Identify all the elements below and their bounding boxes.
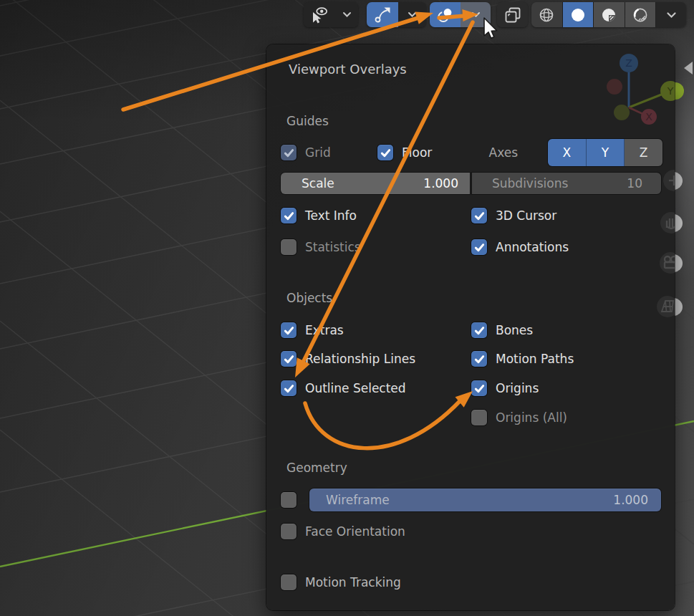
wireframe-checkbox-row	[281, 492, 297, 508]
grid-label: Grid	[305, 145, 331, 160]
shading-mode-group	[531, 2, 686, 27]
gizmos-dropdown[interactable]	[398, 2, 426, 27]
origins-row: Origins	[471, 380, 539, 396]
outline-selected-row: Outline Selected	[281, 380, 406, 396]
overlays-dropdown[interactable]	[461, 2, 491, 27]
gizmo-y-label: Y	[667, 85, 674, 97]
gizmos-group	[367, 2, 426, 27]
extras-row: Extras	[281, 322, 344, 338]
eye-cursor-icon	[310, 6, 329, 24]
scale-label: Scale	[302, 176, 334, 191]
motion-paths-checkbox[interactable]	[471, 351, 487, 367]
geometry-section-header: Geometry	[286, 461, 347, 475]
camera-button-sliver[interactable]	[675, 254, 683, 272]
subdivisions-slider[interactable]: Subdivisions 10	[472, 173, 661, 194]
text-info-row: Text Info	[281, 208, 357, 223]
gizmo-arc-icon	[373, 6, 392, 24]
motion-tracking-label: Motion Tracking	[305, 575, 401, 589]
text-info-label: Text Info	[305, 208, 357, 223]
floor-row: Floor	[377, 145, 432, 160]
chevron-down-icon	[471, 11, 481, 18]
annotations-label: Annotations	[496, 240, 569, 254]
overlays-circles-icon	[436, 6, 455, 24]
origins-checkbox[interactable]	[471, 380, 487, 396]
bones-label: Bones	[496, 323, 533, 337]
sidebar-collapse-arrow-icon[interactable]	[683, 59, 694, 75]
wireframe-checkbox[interactable]	[281, 492, 297, 508]
origins-all-row: Origins (All)	[471, 410, 567, 425]
grid-checkbox[interactable]	[281, 145, 297, 160]
subdivisions-value: 10	[627, 176, 642, 191]
wireframe-threshold-slider[interactable]: Wireframe 1.000	[309, 489, 661, 511]
shading-material-button[interactable]	[594, 2, 625, 27]
extras-checkbox[interactable]	[281, 322, 297, 338]
zoom-button-sliver[interactable]	[675, 172, 683, 190]
axis-y-toggle[interactable]: Y	[587, 139, 625, 166]
origins-all-label: Origins (All)	[496, 410, 567, 425]
statistics-row: Statistics	[281, 239, 361, 255]
outline-selected-label: Outline Selected	[305, 381, 406, 395]
grid-button-sliver[interactable]	[675, 298, 683, 316]
shading-solid-button[interactable]	[563, 2, 594, 27]
face-orientation-checkbox[interactable]	[281, 524, 297, 539]
shading-wireframe-icon	[537, 6, 556, 24]
subdivisions-label: Subdivisions	[492, 176, 568, 191]
bones-checkbox[interactable]	[471, 322, 487, 338]
face-orientation-row: Face Orientation	[281, 524, 405, 539]
gizmo-x-label: X	[645, 111, 652, 122]
floor-checkbox[interactable]	[377, 145, 393, 160]
blender-3d-viewport: Y Z X Viewport Overlays Guides G	[0, 0, 694, 616]
axis-z-toggle[interactable]: Z	[625, 139, 662, 166]
popover-title: Viewport Overlays	[289, 62, 407, 77]
3d-cursor-row: 3D Cursor	[471, 208, 556, 223]
grid-row: Grid	[281, 145, 331, 160]
annotations-row: Annotations	[471, 239, 569, 255]
objects-section-header: Objects	[286, 291, 332, 305]
wireframe-label: Wireframe	[326, 493, 390, 507]
relationship-lines-checkbox[interactable]	[281, 351, 297, 367]
origins-label: Origins	[496, 381, 539, 395]
shading-solid-icon	[569, 6, 587, 24]
statistics-checkbox[interactable]	[281, 239, 297, 255]
wireframe-value: 1.000	[613, 493, 648, 507]
scale-slider[interactable]: Scale 1.000	[281, 173, 470, 194]
relationship-lines-label: Relationship Lines	[305, 352, 415, 366]
object-type-visibility-dropdown[interactable]	[335, 2, 358, 27]
axis-x-toggle[interactable]: X	[548, 139, 587, 166]
pan-button-sliver[interactable]	[675, 214, 683, 232]
floor-label: Floor	[402, 145, 432, 160]
xray-group	[497, 2, 528, 27]
face-orientation-label: Face Orientation	[305, 524, 405, 539]
shading-wireframe-button[interactable]	[531, 2, 562, 27]
shading-dropdown[interactable]	[656, 2, 686, 27]
guides-section-header: Guides	[286, 114, 329, 128]
outline-selected-checkbox[interactable]	[281, 380, 297, 396]
gizmo-z-label: Z	[625, 57, 632, 69]
3d-cursor-checkbox[interactable]	[471, 208, 487, 223]
chevron-down-icon	[408, 11, 417, 18]
shading-material-icon	[599, 6, 618, 24]
scale-value: 1.000	[423, 176, 458, 191]
object-type-visibility-button[interactable]	[304, 2, 335, 27]
axes-toggle-group: X Y Z	[548, 139, 662, 166]
shading-rendered-button[interactable]	[625, 2, 656, 27]
origins-all-checkbox[interactable]	[471, 410, 487, 425]
chevron-down-icon	[666, 11, 677, 19]
text-info-checkbox[interactable]	[281, 208, 297, 223]
bones-row: Bones	[471, 322, 533, 338]
object-type-visibility-group	[304, 2, 358, 27]
motion-paths-row: Motion Paths	[471, 351, 574, 367]
axes-label: Axes	[461, 145, 518, 160]
shading-rendered-icon	[631, 6, 650, 24]
nav-gizmo-dimmed: Y Z X	[589, 50, 675, 136]
toggle-xray-button[interactable]	[497, 2, 528, 27]
extras-label: Extras	[305, 323, 344, 337]
motion-paths-label: Motion Paths	[496, 352, 574, 366]
show-overlays-toggle[interactable]	[430, 2, 461, 27]
annotations-checkbox[interactable]	[471, 239, 487, 255]
overlays-group	[430, 2, 491, 27]
show-gizmos-toggle[interactable]	[367, 2, 398, 27]
chevron-down-icon	[342, 11, 352, 18]
motion-tracking-checkbox[interactable]	[281, 574, 297, 590]
motion-tracking-row: Motion Tracking	[281, 574, 401, 590]
